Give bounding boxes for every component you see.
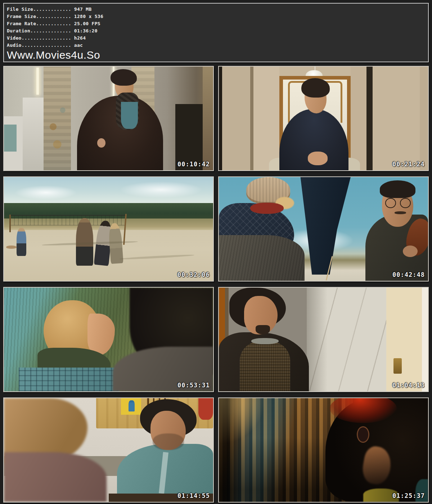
dark-flag [298,177,351,275]
dot-leader: ............ [36,14,71,19]
dot-leader: ............. [33,6,71,12]
timestamp-overlay: 00:42:48 [392,271,425,278]
mustache [395,211,406,214]
teal-sweater [121,102,138,129]
ear [357,426,369,443]
screenshot-grid: 00:10:42 00:21:24 [3,66,429,503]
dot-leader: ................. [22,35,71,41]
info-label: Frame Size [7,14,36,19]
timestamp-overlay: 01:14:55 [177,492,210,499]
person-blue-jacket [17,228,26,256]
woman-coat [219,235,305,281]
sand-shadow-streak [119,254,194,260]
timestamp-overlay: 01:04:13 [392,382,425,389]
movie-still-table-talk: 01:14:55 [3,397,214,503]
glasses-right-lens [400,198,411,208]
woman-profile-face [87,314,115,355]
red-artwork-patch [198,398,213,420]
info-value: 01:36:20 [74,28,98,33]
man-curly-hair [111,69,137,86]
woman-shoulder-foreground [4,452,107,502]
timestamp-overlay: 00:21:24 [392,161,425,168]
stubble-shading [153,433,184,450]
info-value: 25.00 FPS [74,21,100,26]
cloud [119,181,203,198]
info-value: 947 MB [74,6,92,12]
media-info-row-audio: Audio.................aac [7,42,424,49]
movie-still-beach: 00:32:06 [3,176,214,282]
goatee [256,325,270,334]
info-label: Duration [7,28,30,33]
info-value: aac [74,42,83,48]
marble-wall [307,288,386,391]
teal-plaid-jacket [19,368,119,391]
movie-still-flag-violin: 00:42:48 [218,176,429,282]
media-info-row-filesize: File Size.............947 MB [7,6,424,13]
movie-still-loft: 00:10:42 [3,66,214,171]
info-label: Frame Rate [7,21,36,26]
man-curly-hair [301,78,329,98]
movie-still-interview: 00:21:24 [218,66,429,171]
movie-still-red-rimlight: 01:25:37 [218,397,429,503]
teal-glass-panel [4,125,17,152]
ceiling-light-strip [36,68,39,95]
dot-leader: .............. [30,28,71,33]
man-hand [97,138,105,148]
media-info-panel: File Size.............947 MB Frame Size.… [3,3,429,62]
info-value: 1280 x 536 [74,14,103,19]
net-pole-left [9,215,10,232]
clasped-hands [308,152,328,165]
brass-lock-plate [393,358,402,374]
brick-pillar-left [44,67,71,170]
warm-archway [203,67,213,170]
brown-knit-sweater [240,342,290,391]
dot-leader: ................. [22,42,71,48]
cloud [14,185,77,200]
watermark-text: Www.Movies4u.So [7,49,424,60]
page: File Size.............947 MB Frame Size.… [0,3,432,504]
media-info-row-video: Video.................h264 [7,35,424,42]
violinist-hair [380,180,415,198]
red-scarf [250,203,284,214]
grey-tshirt-collar [251,338,279,344]
blue-figure-drawing [129,400,135,412]
info-label: Audio [7,42,22,48]
timestamp-overlay: 01:25:37 [392,492,425,499]
dot-leader: ............ [36,21,71,26]
info-value: h264 [74,35,86,41]
violinist-hand [403,246,418,257]
media-info-row-duration: Duration..............01:36:20 [7,27,424,35]
timestamp-overlay: 00:53:31 [177,382,210,389]
movie-still-hallway: 01:04:13 [218,287,429,392]
info-label: File Size [7,6,33,12]
info-label: Video [7,35,22,41]
movie-still-dune-profile: 00:53:31 [3,287,214,392]
timestamp-overlay: 00:10:42 [177,161,210,168]
driftwood [6,246,17,249]
media-info-row-framesize: Frame Size............1280 x 536 [7,13,424,20]
timestamp-overlay: 00:32:06 [177,271,210,278]
media-info-row-framerate: Frame Rate............25.00 FPS [7,20,424,27]
